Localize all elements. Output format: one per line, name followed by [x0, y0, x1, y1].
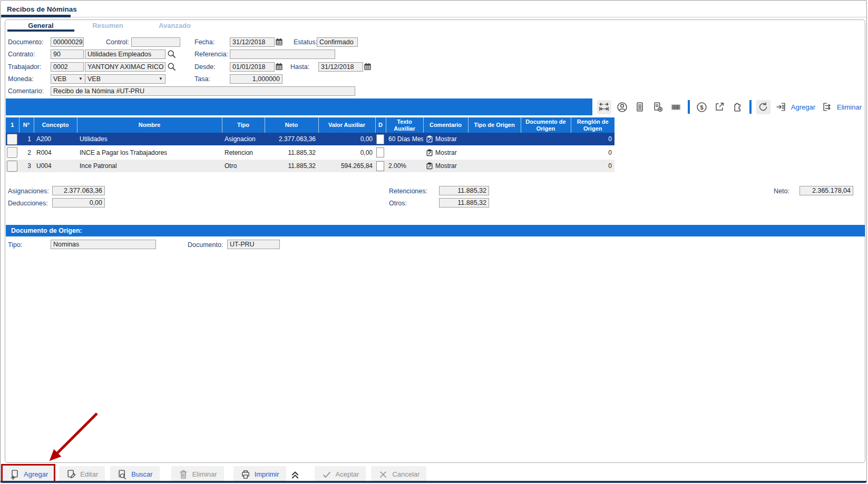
title-divider — [1, 17, 866, 17]
editar-button-label: Editar — [80, 470, 98, 478]
mostrar-link[interactable]: Mostrar — [426, 135, 465, 143]
table-row[interactable]: 2 R004 INCE a Pagar los Trabajadores Ret… — [6, 146, 615, 159]
control-label: Control: — [106, 38, 129, 46]
currency-dollar-icon[interactable]: $ — [695, 100, 709, 114]
tab-general[interactable]: General — [7, 22, 74, 29]
plugin-icon[interactable] — [730, 100, 745, 114]
buscar-button-label: Buscar — [131, 470, 152, 478]
contrato-name-field[interactable]: Utilidades Empleados — [85, 50, 165, 59]
retenciones-field: 11.885,32 — [439, 186, 489, 195]
worker-icon[interactable] — [615, 100, 629, 114]
buscar-button[interactable]: Buscar — [110, 466, 159, 482]
moneda-name-select[interactable]: VEB ▼ — [85, 74, 165, 84]
tab-avanzado[interactable]: Avanzado — [141, 22, 208, 29]
cell-neto: 2.377.063,36 — [265, 133, 318, 146]
cell-renglon-origen: 0 — [571, 159, 615, 172]
svg-text:$: $ — [700, 104, 703, 110]
cancelar-button[interactable]: Cancelar — [371, 466, 426, 482]
col-neto: Neto — [265, 117, 318, 133]
d-checkbox[interactable] — [376, 161, 384, 171]
comentario-field[interactable]: Recibo de la Nómina #UT-PRU — [51, 86, 355, 96]
cell-texto-auxiliar: 60 Días Mes... — [386, 133, 423, 146]
otros-field: 11.885,32 — [439, 198, 489, 208]
cell-nombre: INCE a Pagar los Trabajadores — [77, 146, 222, 159]
desde-field[interactable]: 01/01/2018 — [230, 62, 275, 72]
aceptar-button[interactable]: Aceptar — [315, 466, 366, 482]
row-selector[interactable] — [7, 161, 17, 172]
imprimir-button-label: Imprimir — [255, 470, 279, 478]
contrato-search-icon[interactable] — [167, 50, 176, 61]
cell-renglon-origen: 0 — [571, 146, 615, 159]
document-view-icon[interactable] — [633, 100, 647, 114]
col-valor-auxiliar: Valor Auxiliar — [318, 117, 375, 133]
row-selector[interactable] — [7, 134, 17, 145]
app-window: Recibos de Nóminas General Resumen Avanz… — [0, 0, 867, 483]
documento-field[interactable]: 0000002910 — [51, 37, 84, 47]
eliminar-button[interactable]: Eliminar — [171, 466, 224, 482]
refresh-icon[interactable] — [756, 100, 771, 114]
col-n: N° — [19, 117, 34, 133]
imprimir-button[interactable]: Imprimir — [233, 466, 286, 482]
tasa-field[interactable]: 1,000000 — [230, 74, 282, 84]
row-selector[interactable] — [7, 147, 17, 158]
barcode-icon[interactable] — [669, 100, 683, 114]
trabajador-code-field[interactable]: 0002 — [51, 62, 84, 72]
cell-concepto: U004 — [34, 159, 77, 172]
col-renglon-origen: Renglón de Origen — [571, 117, 615, 133]
mostrar-label: Mostrar — [435, 135, 457, 143]
referencia-field[interactable] — [230, 50, 335, 59]
cell-nombre: Ince Patronal — [77, 159, 222, 172]
estatus-field: Confirmado — [317, 37, 358, 47]
tab-resumen[interactable]: Resumen — [74, 22, 141, 29]
moneda-code-select[interactable]: VEB ▼ — [51, 74, 85, 84]
trabajador-name-field[interactable]: YANTONY AXIMAC RICO — [85, 62, 165, 72]
d-checkbox[interactable] — [376, 134, 384, 144]
grid-toolbar: $ Agregar Eliminar — [592, 98, 865, 115]
d-checkbox[interactable] — [376, 147, 384, 157]
neto-total-field: 2.365.178,04 — [799, 186, 853, 195]
fecha-field[interactable]: 31/12/2018 — [230, 37, 275, 47]
export-icon[interactable] — [713, 100, 727, 114]
hasta-calendar-icon[interactable] — [364, 63, 372, 73]
comentario-label: Comentario: — [8, 87, 44, 95]
contrato-label: Contrato: — [8, 51, 35, 58]
editar-button[interactable]: Editar — [59, 466, 105, 482]
retenciones-label: Retenciones: — [389, 187, 427, 195]
fecha-calendar-icon[interactable] — [275, 38, 283, 48]
resize-columns-icon[interactable] — [597, 100, 611, 114]
origen-tipo-field[interactable]: Nominas — [51, 240, 156, 249]
trabajador-label: Trabajador: — [8, 63, 41, 71]
control-field[interactable] — [131, 37, 180, 47]
remove-row-icon[interactable] — [820, 100, 834, 114]
document-add-icon[interactable] — [651, 100, 665, 114]
asignaciones-label: Asignaciones: — [8, 187, 49, 195]
table-header-row: 1 N° Concepto Nombre Tipo Neto Valor Aux… — [6, 117, 615, 133]
cell-concepto: A200 — [34, 133, 77, 146]
trabajador-search-icon[interactable] — [167, 62, 176, 73]
toolbar-separator — [749, 100, 752, 114]
page-title: Recibos de Nóminas — [7, 5, 77, 13]
add-row-icon[interactable] — [774, 100, 788, 114]
hasta-field[interactable]: 31/12/2018 — [318, 62, 363, 72]
cell-documento-origen — [521, 133, 571, 146]
desde-calendar-icon[interactable] — [275, 63, 283, 73]
origin-section-header: Documento de Origen: — [6, 225, 865, 236]
cell-tipo: Asignacion — [222, 133, 265, 146]
documento-label: Documento: — [8, 38, 43, 46]
contrato-code-field[interactable]: 90 — [51, 50, 84, 59]
aceptar-button-label: Aceptar — [336, 470, 359, 478]
fecha-label: Fecha: — [194, 38, 214, 46]
mostrar-link[interactable]: Mostrar — [426, 149, 465, 156]
grid-eliminar-button[interactable]: Eliminar — [837, 103, 862, 111]
mostrar-link[interactable]: Mostrar — [426, 162, 465, 170]
grid-agregar-button[interactable]: Agregar — [791, 103, 815, 111]
collapse-toolbar-icon[interactable] — [289, 469, 301, 480]
cell-texto-auxiliar — [386, 146, 423, 159]
cell-n: 2 — [19, 146, 34, 159]
moneda-code-value: VEB — [53, 75, 66, 83]
estatus-label: Estatus: — [294, 38, 317, 46]
table-row[interactable]: 1 A200 Utilidades Asignacion 2.377.063,3… — [6, 133, 615, 146]
origen-documento-field[interactable]: UT-PRU — [227, 240, 280, 249]
table-row[interactable]: 3 U004 Ince Patronal Otro 11.885,32 594.… — [6, 159, 615, 172]
deducciones-field: 0,00 — [52, 198, 105, 208]
